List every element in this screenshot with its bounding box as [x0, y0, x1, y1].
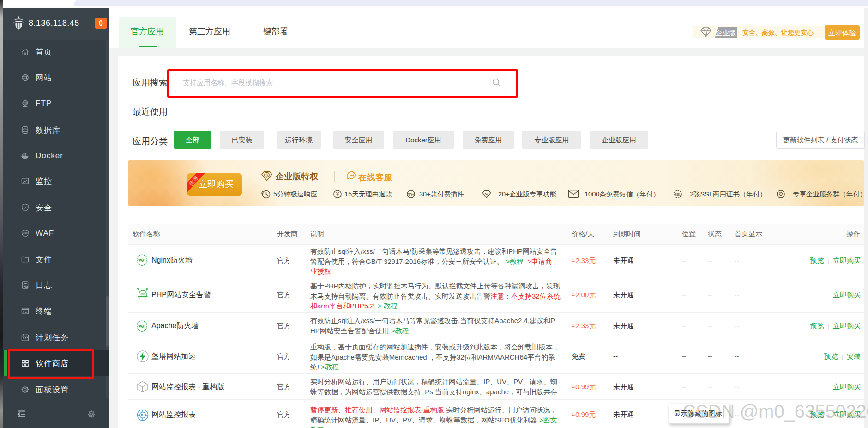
svg-text:¥: ¥	[336, 191, 339, 197]
svg-text:php: php	[140, 293, 145, 295]
svg-text:SSL: SSL	[675, 192, 681, 196]
svg-text:企: 企	[265, 173, 269, 177]
svg-text:30+: 30+	[408, 192, 414, 197]
svg-text:WAF: WAF	[23, 232, 27, 235]
